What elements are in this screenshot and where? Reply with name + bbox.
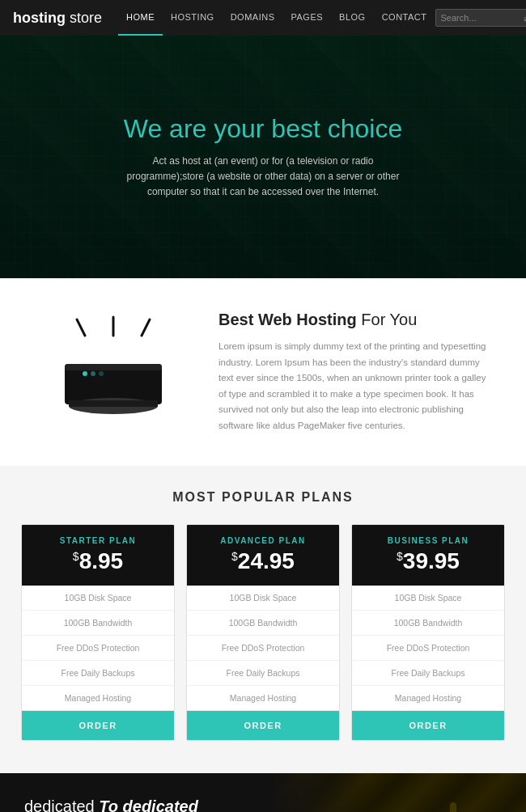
plan-feature-2-1: 100GB Bandwidth xyxy=(352,611,504,636)
plan-card-2: BUSINESS PLAN$39.9510GB Disk Space100GB … xyxy=(351,524,505,741)
nav-blog[interactable]: BLOG xyxy=(331,0,374,36)
svg-rect-9 xyxy=(69,400,158,407)
plan-feature-2-4: Managed Hosting xyxy=(352,686,504,711)
plan-features-2: 10GB Disk Space100GB BandwidthFree DDoS … xyxy=(352,586,504,711)
plan-name-2: BUSINESS PLAN xyxy=(360,536,496,545)
plan-header-0: STARTER PLAN$8.95 xyxy=(22,525,174,586)
plan-header-2: BUSINESS PLAN$39.95 xyxy=(352,525,504,586)
plan-name-0: STARTER PLAN xyxy=(30,536,166,545)
logo-bold: hosting xyxy=(13,10,66,26)
dedicated-title: dedicated To dedicated xyxy=(24,797,502,812)
hero-section: We are your best choice Act as host at (… xyxy=(0,36,526,278)
search-button[interactable]: ⌕ xyxy=(522,12,526,23)
plan-feature-2-0: 10GB Disk Space xyxy=(352,586,504,611)
plan-feature-0-0: 10GB Disk Space xyxy=(22,586,174,611)
navbar: hosting store HOME HOSTING DOMAINS PAGES… xyxy=(0,0,526,36)
features-section: Best Web Hosting For You Lorem ipsum is … xyxy=(0,278,526,466)
features-description: Lorem ipsum is simply dummy text of the … xyxy=(218,339,494,433)
plan-feature-1-4: Managed Hosting xyxy=(187,686,339,711)
dedicated-section: dedicated To dedicated As a dedicated cu… xyxy=(0,773,526,812)
plan-features-0: 10GB Disk Space100GB BandwidthFree DDoS … xyxy=(22,586,174,711)
svg-rect-4 xyxy=(65,364,162,370)
plan-price-2: $39.95 xyxy=(360,548,496,574)
search-box: ⌕ xyxy=(435,9,526,27)
plan-header-1: ADVANCED PLAN$24.95 xyxy=(187,525,339,586)
hero-subtitle: Act as host at (an event) or for (a tele… xyxy=(125,154,401,201)
dedicated-title-italic: To dedicated xyxy=(99,797,198,812)
plan-order-btn-1[interactable]: ORDER xyxy=(187,711,339,740)
plan-feature-1-3: Free Daily Backups xyxy=(187,661,339,686)
nav-contact[interactable]: CONTACT xyxy=(374,0,435,36)
plan-feature-1-0: 10GB Disk Space xyxy=(187,586,339,611)
svg-line-0 xyxy=(77,319,85,336)
plan-price-1: $24.95 xyxy=(195,548,331,574)
plan-feature-0-2: Free DDoS Protection xyxy=(22,636,174,661)
features-title: Best Web Hosting For You xyxy=(218,311,494,329)
nav-hosting[interactable]: HOSTING xyxy=(163,0,223,36)
nav-links: HOME HOSTING DOMAINS PAGES BLOG CONTACT xyxy=(118,0,435,36)
plan-features-1: 10GB Disk Space100GB BandwidthFree DDoS … xyxy=(187,586,339,711)
hero-title: We are your best choice xyxy=(124,114,402,144)
svg-point-6 xyxy=(91,371,95,376)
nav-domains[interactable]: DOMAINS xyxy=(223,0,283,36)
search-input[interactable] xyxy=(441,13,522,23)
plan-feature-1-2: Free DDoS Protection xyxy=(187,636,339,661)
features-title-bold: Best Web Hosting xyxy=(218,311,357,328)
plans-title: MOST POPULAR PLANS xyxy=(16,490,510,505)
features-title-suffix: For You xyxy=(357,311,418,328)
nav-home[interactable]: HOME xyxy=(118,0,163,36)
plan-feature-0-3: Free Daily Backups xyxy=(22,661,174,686)
dedicated-text: dedicated To dedicated As a dedicated cu… xyxy=(0,773,526,812)
svg-point-7 xyxy=(99,371,104,376)
svg-point-5 xyxy=(83,371,87,376)
router-svg xyxy=(40,315,186,429)
dedicated-title-normal: dedicated xyxy=(24,797,95,812)
plan-order-btn-2[interactable]: ORDER xyxy=(352,711,504,740)
plan-card-0: STARTER PLAN$8.9510GB Disk Space100GB Ba… xyxy=(21,524,175,741)
logo: hosting store xyxy=(13,10,102,27)
features-text: Best Web Hosting For You Lorem ipsum is … xyxy=(218,311,494,433)
plans-grid: STARTER PLAN$8.9510GB Disk Space100GB Ba… xyxy=(16,524,510,741)
plans-section: MOST POPULAR PLANS STARTER PLAN$8.9510GB… xyxy=(0,466,526,773)
plan-name-1: ADVANCED PLAN xyxy=(195,536,331,545)
plan-order-btn-0[interactable]: ORDER xyxy=(22,711,174,740)
plan-price-0: $8.95 xyxy=(30,548,166,574)
plan-card-1: ADVANCED PLAN$24.9510GB Disk Space100GB … xyxy=(186,524,340,741)
logo-light: store xyxy=(66,10,102,26)
router-image xyxy=(32,315,194,429)
nav-pages[interactable]: PAGES xyxy=(283,0,332,36)
plan-feature-2-2: Free DDoS Protection xyxy=(352,636,504,661)
plan-feature-0-4: Managed Hosting xyxy=(22,686,174,711)
plan-feature-1-1: 100GB Bandwidth xyxy=(187,611,339,636)
svg-line-2 xyxy=(142,319,150,336)
plan-feature-2-3: Free Daily Backups xyxy=(352,661,504,686)
plan-feature-0-1: 100GB Bandwidth xyxy=(22,611,174,636)
